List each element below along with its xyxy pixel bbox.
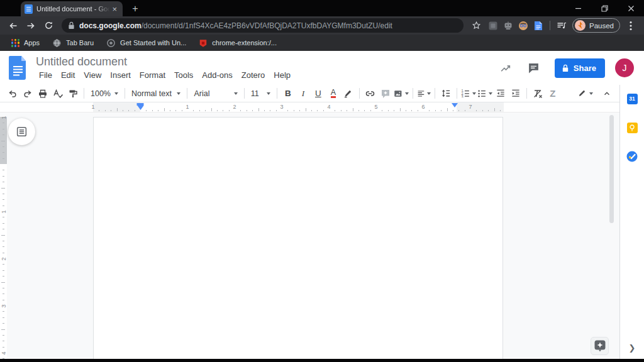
main-column: 100% Normal text Arial 11 B I U A [0,85,619,359]
extension-icon-docs[interactable] [533,20,544,31]
font-size-select[interactable]: 11 [248,89,274,98]
document-title-input[interactable]: Untitled document [35,55,128,69]
back-button[interactable] [6,19,20,33]
bookmark-apps[interactable]: Apps [8,37,43,49]
print-icon [38,89,48,99]
text-color-button[interactable]: A [326,87,340,101]
hide-side-panel-button[interactable]: ❯ [629,343,636,353]
clear-formatting-button[interactable] [531,87,545,101]
menu-help[interactable]: Help [269,69,295,81]
url-path: /document/d/1nfS4XcAE4zPB6vVDfAfBQjDA2TU… [142,21,392,30]
document-scrollbar[interactable] [609,115,614,223]
document-page[interactable] [93,117,503,359]
new-tab-button[interactable]: + [129,3,142,15]
extension-icon-robot[interactable] [502,20,514,31]
show-outline-button[interactable] [8,118,35,145]
chevron-down-icon [427,92,431,95]
doc-title-block: Untitled document File Edit View Insert … [35,55,496,81]
bookmark-label: chrome-extension:/... [212,39,277,47]
print-button[interactable] [36,87,50,101]
paragraph-style-value: Normal text [131,89,172,98]
right-indent-marker[interactable] [452,103,458,107]
bulleted-list-button[interactable] [477,87,492,101]
bookmark-chrome-extension[interactable]: chrome-extension:/... [195,36,280,50]
account-avatar[interactable]: J [615,58,634,77]
forward-button[interactable] [24,19,38,33]
left-indent-marker[interactable] [137,103,144,110]
google-tasks-button[interactable] [626,151,638,162]
redo-button[interactable] [21,87,35,101]
collapse-toolbar-button[interactable] [600,87,614,101]
calendar-icon: 31 [627,94,638,104]
decrease-indent-button[interactable] [494,87,508,101]
pencil-icon [578,89,586,98]
reload-icon [44,21,53,30]
browser-tab[interactable]: Untitled document - Google Doc × [21,1,123,16]
menu-insert[interactable]: Insert [106,69,135,81]
explore-button[interactable] [591,337,609,355]
bookmark-star-button[interactable] [470,19,484,33]
close-window-button[interactable] [618,0,644,16]
clear-format-icon [533,89,543,99]
menu-zotero[interactable]: Zotero [237,69,270,81]
increase-indent-button[interactable] [509,87,523,101]
menu-format[interactable]: Format [135,69,170,81]
insert-link-button[interactable] [364,87,377,101]
profile-sync-paused-button[interactable]: Paused [572,18,620,33]
google-docs-logo[interactable] [9,56,27,80]
share-label: Share [574,63,596,73]
menu-view[interactable]: View [79,69,106,81]
bookmark-get-started[interactable]: Get Started with Un... [103,36,190,50]
reading-list-icon[interactable] [556,20,567,31]
image-icon [394,89,402,99]
activity-trend-button[interactable] [496,57,517,79]
menu-edit[interactable]: Edit [57,69,79,81]
line-spacing-button[interactable] [439,87,453,101]
italic-button[interactable]: I [296,87,310,101]
menu-addons[interactable]: Add-ons [197,69,236,81]
extension-icon-avatar[interactable] [518,20,529,31]
paint-format-button[interactable] [66,87,80,101]
bold-button[interactable]: B [281,87,295,101]
indent-icon [511,89,521,98]
reload-button[interactable] [42,19,55,33]
tab-close-icon[interactable]: × [110,4,119,14]
bookmark-tab-baru[interactable]: Tab Baru [48,36,97,50]
zoom-value: 100% [91,89,111,98]
highlight-color-button[interactable] [341,87,355,101]
insert-comment-button[interactable] [379,87,392,101]
navbar-separator [550,21,550,30]
zoom-select[interactable]: 100% [87,89,121,98]
menu-tools[interactable]: Tools [170,69,197,81]
restore-icon [601,5,608,12]
minimize-icon [575,5,582,12]
open-comments-button[interactable] [523,57,545,79]
url-host: docs.google.com [79,21,142,30]
spellcheck-button[interactable] [51,87,65,101]
outdent-icon [496,89,506,98]
editing-mode-button[interactable] [578,87,593,101]
paragraph-style-select[interactable]: Normal text [128,89,184,98]
chevron-down-icon [589,92,593,95]
extension-icon-1[interactable] [487,20,499,31]
menu-file[interactable]: File [35,69,57,81]
zotero-button[interactable]: Z [546,87,560,101]
google-keep-button[interactable] [626,122,638,133]
numbered-list-icon: 1.2.3. [461,89,470,98]
undo-button[interactable] [6,87,19,101]
add-comment-icon [380,89,391,99]
numbered-list-button[interactable]: 1.2.3. [461,87,476,101]
insert-image-button[interactable] [394,87,409,101]
lock-icon [68,21,75,30]
share-button[interactable]: Share [555,58,605,78]
address-bar[interactable]: docs.google.com/document/d/1nfS4XcAE4zPB… [62,18,464,33]
font-family-select[interactable]: Arial [191,89,240,98]
redo-icon [23,89,33,99]
minimize-button[interactable] [565,0,591,16]
restore-button[interactable] [591,0,618,16]
bookmark-label: Tab Baru [66,39,94,47]
browser-menu-button[interactable] [624,19,638,33]
google-calendar-button[interactable]: 31 [626,93,638,104]
align-button[interactable] [417,87,431,101]
underline-button[interactable]: U [311,87,325,101]
